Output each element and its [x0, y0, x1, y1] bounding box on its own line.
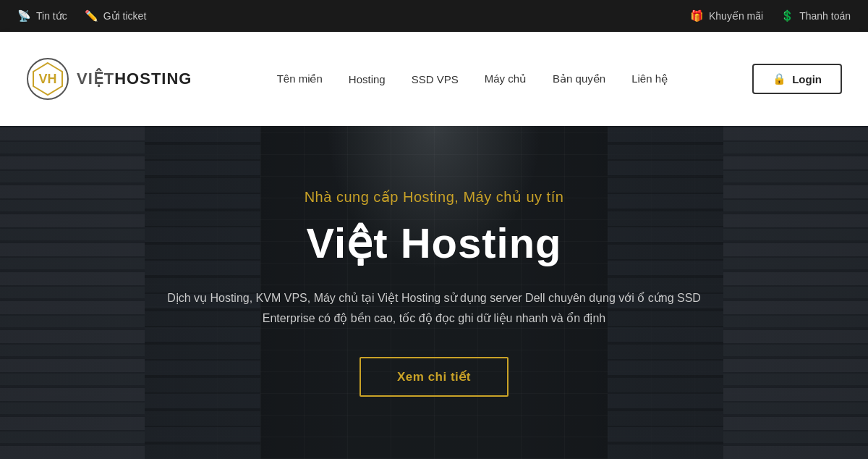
- nav-hosting[interactable]: Hosting: [349, 73, 386, 85]
- news-label: Tin tức: [36, 10, 67, 22]
- gift-icon: 🎁: [690, 9, 704, 22]
- top-bar: 📡 Tin tức ✏️ Gửi ticket 🎁 Khuyến mãi 💲 T…: [0, 0, 868, 32]
- login-label: Login: [792, 73, 822, 85]
- hero-cta-button[interactable]: Xem chi tiết: [359, 357, 509, 397]
- logo-text: VIỆTHOSTING: [77, 70, 192, 88]
- top-bar-right: 🎁 Khuyến mãi 💲 Thanh toán: [690, 9, 851, 22]
- rack-right-decoration: [723, 126, 868, 459]
- nav-ten-mien[interactable]: Tên miền: [277, 72, 323, 85]
- news-link[interactable]: 📡 Tin tức: [17, 9, 67, 22]
- payment-link[interactable]: 💲 Thanh toán: [780, 9, 851, 22]
- logo-hosting: HOSTING: [114, 70, 192, 88]
- rack-left-decoration: [0, 126, 145, 459]
- payment-label: Thanh toán: [799, 10, 851, 22]
- promo-label: Khuyến mãi: [709, 10, 763, 22]
- hero-description: Dịch vụ Hosting, KVM VPS, Máy chủ tại Vi…: [152, 288, 716, 327]
- svg-text:VH: VH: [38, 72, 56, 86]
- ticket-label: Gửi ticket: [103, 10, 147, 22]
- logo-icon: VH: [26, 57, 69, 101]
- hero-content: Nhà cung cấp Hosting, Máy chủ uy tín Việ…: [137, 188, 731, 396]
- nav-lien-he[interactable]: Liên hệ: [631, 72, 668, 85]
- logo-link[interactable]: VH VIỆTHOSTING: [26, 57, 192, 101]
- hero-subtitle: Nhà cung cấp Hosting, Máy chủ uy tín: [152, 188, 716, 206]
- rss-icon: 📡: [17, 9, 31, 22]
- nav-may-chu[interactable]: Máy chủ: [485, 72, 527, 85]
- dollar-icon: 💲: [780, 9, 794, 22]
- hero-section: Nhà cung cấp Hosting, Máy chủ uy tín Việ…: [0, 126, 868, 459]
- logo-viet: VIỆT: [77, 70, 114, 88]
- header: VH VIỆTHOSTING Tên miền Hosting SSD VPS …: [0, 32, 868, 126]
- promo-link[interactable]: 🎁 Khuyến mãi: [690, 9, 763, 22]
- nav-ban-quyen[interactable]: Bản quyền: [553, 72, 605, 85]
- lock-icon: 🔒: [773, 72, 786, 85]
- ticket-link[interactable]: ✏️ Gửi ticket: [85, 9, 147, 22]
- edit-icon: ✏️: [85, 9, 98, 22]
- main-nav: Tên miền Hosting SSD VPS Máy chủ Bản quy…: [277, 72, 668, 85]
- hero-title: Việt Hosting: [152, 219, 716, 268]
- login-button[interactable]: 🔒 Login: [752, 64, 842, 94]
- nav-ssd-vps[interactable]: SSD VPS: [412, 73, 459, 85]
- top-bar-left: 📡 Tin tức ✏️ Gửi ticket: [17, 9, 146, 22]
